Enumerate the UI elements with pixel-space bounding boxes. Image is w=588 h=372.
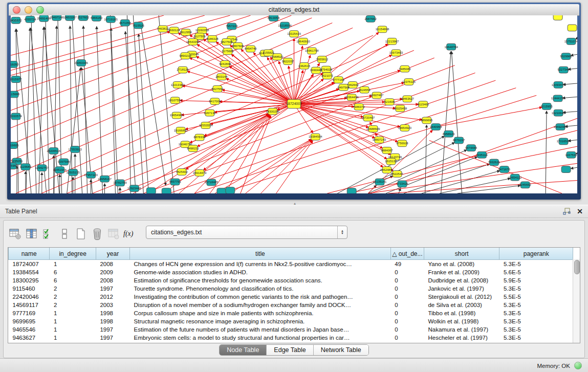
table-cell[interactable]: 0	[390, 325, 424, 334]
table-cell[interactable]: de Silva et al. (2003)	[424, 301, 499, 309]
table-scrollbar[interactable]	[573, 259, 580, 343]
graph-node[interactable]	[347, 188, 356, 193]
table-cell[interactable]: 22420046	[9, 293, 50, 301]
table-cell[interactable]: 5.3E-5	[499, 325, 573, 334]
table-settings-icon[interactable]	[8, 226, 23, 242]
table-cell[interactable]: 1997	[96, 334, 129, 342]
graph-node[interactable]	[226, 187, 235, 193]
table-cell[interactable]: 2	[50, 301, 96, 309]
table-cell[interactable]: 0	[390, 334, 424, 342]
window-zoom-button[interactable]	[36, 6, 44, 14]
table-cell[interactable]: Embryonic stem cells: a model to study s…	[130, 334, 391, 342]
table-cell[interactable]: 9699695	[9, 317, 50, 325]
import-table-icon[interactable]	[106, 226, 121, 242]
graph-node[interactable]	[217, 188, 226, 193]
table-cell[interactable]: 9115460	[9, 285, 50, 293]
table-cell[interactable]: 5.6E-5	[499, 268, 573, 276]
table-cell[interactable]: Yano et al. (2008)	[424, 260, 499, 269]
table-row[interactable]: 977716911998Corpus callosum shape and si…	[9, 309, 573, 317]
tab-edge-table[interactable]: Edge Table	[267, 345, 313, 355]
table-cell[interactable]: Nakamura et al. (1997)	[424, 325, 499, 334]
table-cell[interactable]: 5.5E-5	[499, 293, 573, 301]
table-cell[interactable]: 2008	[96, 260, 129, 269]
column-header-year[interactable]: year	[96, 248, 129, 260]
table-cell[interactable]: 9465546	[9, 325, 50, 334]
table-cell[interactable]: 49	[390, 260, 424, 269]
table-cell[interactable]: 14569117	[9, 301, 50, 309]
table-cell[interactable]: 5.3E-5	[499, 309, 573, 317]
table-cell[interactable]: 0	[390, 276, 424, 285]
function-builder-icon[interactable]: f(x)	[122, 226, 138, 242]
table-row[interactable]: 1830029562008Estimation of significance …	[9, 276, 573, 285]
graph-node[interactable]	[568, 25, 577, 31]
table-cell[interactable]: 6	[50, 276, 96, 285]
table-cell[interactable]: 5.3E-5	[499, 317, 573, 325]
table-cell[interactable]: 9463627	[9, 334, 50, 342]
graph-node[interactable]	[146, 188, 156, 193]
table-cell[interactable]: 2009	[96, 268, 129, 276]
column-visibility-icon[interactable]	[24, 226, 39, 242]
column-header-title[interactable]: title	[130, 248, 391, 260]
table-row[interactable]: 969969511998Structural magnetic resonanc…	[9, 317, 573, 325]
table-row[interactable]: 2242004622012Investigating the contribut…	[9, 293, 573, 301]
table-cell[interactable]: Estimation of significance thresholds fo…	[130, 276, 391, 285]
table-cell[interactable]: Hescheler et al. (1997)	[424, 334, 499, 342]
table-cell[interactable]: Dudbridge et al. (2008)	[424, 276, 499, 285]
window-close-button[interactable]	[13, 6, 20, 14]
table-cell[interactable]: Franke et al. (2009)	[424, 268, 499, 276]
table-cell[interactable]: 9777169	[9, 309, 50, 317]
table-cell[interactable]: 5.3E-5	[499, 260, 573, 269]
graph-node[interactable]	[162, 188, 171, 193]
table-cell[interactable]: Genome-wide association studies in ADHD.	[130, 268, 391, 276]
table-row[interactable]: 946554611997Estimation of the future num…	[9, 325, 573, 334]
table-cell[interactable]: 1	[50, 325, 96, 334]
graph-node[interactable]	[561, 166, 571, 173]
table-scrollbar-thumb[interactable]	[574, 260, 580, 274]
float-panel-icon[interactable]	[561, 207, 572, 216]
table-cell[interactable]: Corpus callosum shape and size in male p…	[130, 309, 391, 317]
resize-grip-icon[interactable]	[11, 15, 18, 23]
table-cell[interactable]: 2008	[96, 276, 129, 285]
table-cell[interactable]: Tibbo et al. (1998)	[424, 309, 499, 317]
table-cell[interactable]: 1	[50, 309, 96, 317]
new-table-icon[interactable]	[73, 226, 89, 242]
table-selector[interactable]: citations_edges.txt ▲▼	[146, 226, 347, 239]
table-cell[interactable]: 1998	[96, 317, 129, 325]
table-cell[interactable]: 1	[50, 317, 96, 325]
attribute-table[interactable]: namein_degreeyeartitle△ out_de...shortpa…	[8, 247, 580, 343]
network-window-titlebar[interactable]: citations_edges.txt	[9, 4, 579, 16]
table-cell[interactable]: 6	[50, 268, 96, 276]
table-cell[interactable]: 0	[390, 309, 424, 317]
table-cell[interactable]: Investigating the contribution of common…	[130, 293, 391, 301]
table-cell[interactable]: 1997	[96, 285, 129, 293]
table-cell[interactable]: 2012	[96, 293, 129, 301]
table-row[interactable]: 1872400712008Changes of HCN gene express…	[9, 260, 573, 269]
table-cell[interactable]: Wolkin et al. (1998)	[424, 317, 499, 325]
row-select-check-icon[interactable]	[40, 226, 56, 242]
network-canvas[interactable]: 7463822966012489129541226035891275098186…	[11, 15, 577, 193]
table-cell[interactable]: 2003	[96, 301, 129, 309]
table-cell[interactable]: 19384554	[9, 268, 50, 276]
table-row[interactable]: 1456911722003Disruption of a novel membe…	[9, 301, 573, 309]
table-cell[interactable]: 0	[390, 268, 424, 276]
table-cell[interactable]: Tourette syndrome. Phenomenology and cla…	[130, 285, 391, 293]
column-header-pagerank[interactable]: pagerank	[499, 248, 573, 260]
tab-node-table[interactable]: Node Table	[220, 345, 267, 355]
graph-node[interactable]	[553, 15, 562, 20]
table-cell[interactable]: 0	[390, 285, 424, 293]
table-cell[interactable]: 2	[50, 293, 96, 301]
table-cell[interactable]: Jankovic et al. (1997)	[424, 285, 499, 293]
table-cell[interactable]: Disruption of a novel member of a sodium…	[130, 301, 391, 309]
close-panel-icon[interactable]: ✕	[575, 207, 585, 216]
table-cell[interactable]: 5.3E-5	[499, 334, 573, 342]
table-cell[interactable]: Estimation of the future numbers of pati…	[130, 325, 391, 334]
table-cell[interactable]: 1	[50, 334, 96, 342]
table-cell[interactable]: 5.9E-5	[499, 276, 573, 285]
table-cell[interactable]: 18300295	[9, 276, 50, 285]
column-header-short[interactable]: short	[424, 248, 499, 260]
network-view-window[interactable]: citations_edges.txt 74638229660124891295…	[7, 3, 581, 200]
table-row[interactable]: 946362711997Embryonic stem cells: a mode…	[9, 334, 573, 342]
window-minimize-button[interactable]	[25, 6, 32, 14]
merge-tables-icon[interactable]	[57, 226, 72, 242]
table-cell[interactable]: 0	[390, 317, 424, 325]
